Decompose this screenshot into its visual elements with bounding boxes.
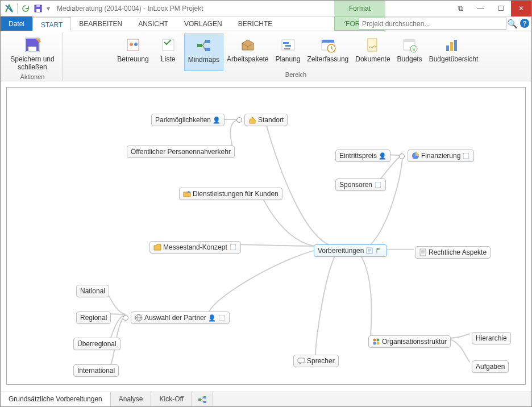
mindmaps-icon: [194, 36, 213, 55]
ribbon-body: Speichern und schließen Aktionen Betreuu…: [1, 31, 531, 81]
tab-templates[interactable]: VORLAGEN: [176, 16, 230, 31]
orgchart-icon: [372, 338, 380, 346]
collapse-toggle[interactable]: [236, 117, 242, 123]
svg-rect-26: [450, 42, 453, 51]
person-icon: 👤: [213, 116, 221, 124]
node-sprecher[interactable]: Sprecher: [293, 355, 339, 367]
dokumente-icon: [364, 36, 382, 54]
node-finanz[interactable]: Finanzierung: [408, 149, 474, 162]
dokumente-button[interactable]: Dokumente: [352, 34, 393, 71]
budgetuebersicht-button[interactable]: Budgetübersicht: [426, 34, 478, 71]
quick-access-toolbar: ▾ Mediaberatung (2014-0004) - InLoox PM …: [1, 1, 531, 16]
tab-file[interactable]: Datei: [1, 16, 32, 31]
svg-rect-25: [446, 45, 449, 51]
node-national[interactable]: National: [76, 285, 109, 297]
context-tab-format[interactable]: Format: [334, 1, 385, 16]
svg-rect-15: [285, 45, 291, 47]
node-recht[interactable]: Rechtliche Aspekte: [415, 246, 491, 259]
svg-rect-27: [454, 40, 457, 51]
collapse-toggle[interactable]: [123, 315, 128, 321]
btab-grundsatz[interactable]: Grundsätzliche Vorbereitungen: [1, 392, 111, 406]
refresh-icon[interactable]: [19, 2, 32, 15]
tab-view[interactable]: ANSICHT: [130, 16, 176, 31]
zeiterfassung-button[interactable]: Zeiterfassung: [304, 34, 352, 71]
arbeitspakete-button[interactable]: Arbeitspakete: [223, 34, 272, 71]
tab-edit[interactable]: BEARBEITEN: [71, 16, 130, 31]
note-icon: [365, 247, 373, 255]
maximize-button[interactable]: ☐: [491, 1, 511, 16]
svg-point-40: [377, 339, 380, 342]
svg-rect-11: [205, 40, 210, 43]
node-opnv[interactable]: Öffentlicher Personennahverkehr: [127, 146, 235, 158]
planung-button[interactable]: Planung: [272, 34, 304, 71]
budgets-button[interactable]: $ Budgets: [394, 34, 426, 71]
save-close-button[interactable]: Speichern und schließen: [6, 34, 59, 73]
node-regional[interactable]: Regional: [76, 312, 111, 324]
tab-reports[interactable]: BERICHTE: [230, 16, 281, 31]
btab-add-mindmap[interactable]: [192, 392, 213, 406]
node-hierarchie[interactable]: Hierarchie: [472, 332, 511, 344]
node-dienst[interactable]: Dienstleistungen für Kunden: [179, 188, 282, 200]
node-auswahl[interactable]: Auswahl der Partner 👤: [131, 312, 230, 324]
btab-kickoff[interactable]: Kick-Off: [151, 392, 192, 406]
node-standort[interactable]: Standort: [244, 114, 288, 126]
close-button[interactable]: ✕: [511, 1, 531, 16]
liste-button[interactable]: Liste: [152, 34, 184, 71]
save-icon[interactable]: [32, 2, 44, 15]
node-sponsoren[interactable]: Sponsoren: [335, 178, 386, 191]
search-icon[interactable]: 🔍: [507, 19, 518, 29]
svg-rect-1: [36, 9, 40, 12]
minimize-button[interactable]: —: [470, 1, 491, 16]
person-icon: 👤: [379, 152, 386, 160]
node-ueberregional[interactable]: Überregional: [73, 338, 120, 350]
node-messe[interactable]: Messestand-Konzept: [149, 241, 241, 254]
restore-down-aux-icon[interactable]: ⧉: [458, 4, 463, 13]
inloox-logo-icon[interactable]: [3, 2, 15, 15]
window-title: Mediaberatung (2014-0004) - InLoox PM Pr…: [57, 5, 203, 13]
services-icon: [183, 190, 191, 198]
zeiterfassung-icon: [319, 36, 337, 54]
btab-analyse[interactable]: Analyse: [111, 392, 152, 406]
collapse-toggle[interactable]: [399, 153, 405, 159]
svg-rect-44: [203, 396, 206, 398]
node-international[interactable]: International: [73, 364, 119, 377]
svg-point-42: [377, 342, 380, 345]
note-icon: [229, 243, 237, 251]
svg-rect-16: [284, 48, 290, 49]
save-close-icon: [23, 36, 41, 54]
note-icon: [462, 152, 470, 160]
ribbon-tabs: Datei START BEARBEITEN ANSICHT VORLAGEN …: [1, 16, 531, 31]
svg-rect-38: [298, 358, 305, 363]
qat-dropdown-icon[interactable]: ▾: [44, 2, 52, 15]
svg-rect-2: [36, 5, 40, 7]
svg-point-39: [373, 339, 376, 342]
search-input-field[interactable]: [359, 20, 506, 28]
node-org[interactable]: Organisationsstruktur: [368, 335, 451, 348]
svg-rect-12: [205, 48, 210, 51]
svg-rect-10: [197, 44, 202, 47]
budgetuebersicht-icon: [443, 36, 461, 54]
planung-icon: [279, 36, 297, 54]
svg-point-8: [134, 43, 138, 46]
folder-icon: [153, 243, 161, 251]
svg-rect-9: [163, 39, 174, 51]
node-center[interactable]: Vorbereitungen: [314, 244, 387, 257]
help-icon[interactable]: ?: [520, 19, 529, 28]
svg-rect-31: [230, 244, 236, 250]
svg-rect-5: [28, 47, 36, 51]
node-parkm[interactable]: Parkmöglichkeiten 👤: [151, 114, 225, 126]
node-eintritt[interactable]: Eintrittspreis 👤: [335, 149, 390, 162]
mindmaps-button[interactable]: Mindmaps: [184, 34, 223, 71]
flag-icon: [375, 247, 383, 255]
svg-rect-20: [368, 39, 377, 51]
tab-start[interactable]: START: [32, 17, 71, 31]
betreuung-icon: [124, 36, 142, 54]
search-input[interactable]: [359, 18, 506, 30]
group-label-actions: Aktionen: [20, 73, 45, 80]
betreuung-button[interactable]: Betreuung: [114, 34, 152, 71]
svg-rect-34: [463, 153, 469, 159]
ribbon-collapse-icon[interactable]: ⌃: [343, 20, 348, 28]
svg-point-7: [130, 43, 133, 46]
node-aufgaben[interactable]: Aufgaben: [472, 360, 509, 373]
mindmap-canvas[interactable]: Vorbereitungen Standort Parkmöglichkeite…: [6, 87, 526, 385]
